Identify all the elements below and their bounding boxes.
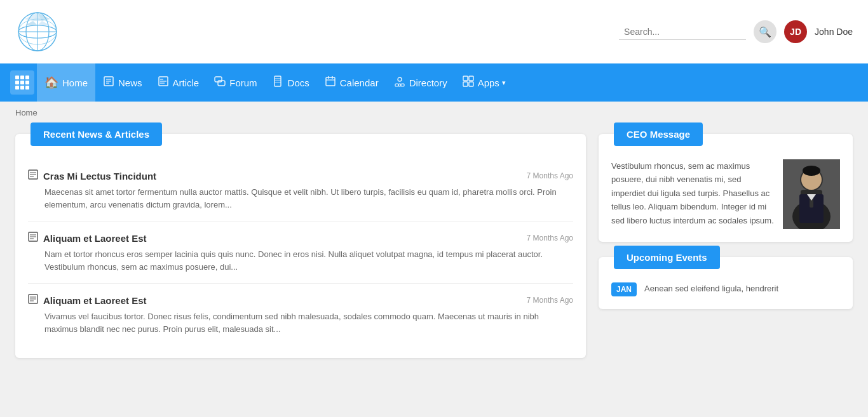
news-item-2-header: Aliquam et Laoreet Est 7 Months Ago [28, 232, 573, 244]
svg-rect-24 [326, 77, 335, 86]
news-item-1-title[interactable]: Cras Mi Lectus Tincidunt [43, 171, 156, 182]
news-item-1: Cras Mi Lectus Tincidunt 7 Months Ago Ma… [28, 159, 573, 222]
forum-icon [214, 76, 226, 90]
news-item-3-excerpt: Vivamus vel faucibus tortor. Donec risus… [28, 310, 573, 335]
news-item-3-header: Aliquam et Laoreet Est 7 Months Ago [28, 294, 573, 307]
nav-docs[interactable]: Docs [265, 63, 317, 102]
nav-article[interactable]: Article [150, 63, 207, 102]
news-item-2-title[interactable]: Aliquam et Laoreet Est [43, 233, 147, 244]
news-item-2-icon [28, 232, 38, 244]
ceo-message-text: Vestibulum rhoncus, sem ac maximus posue… [611, 159, 774, 229]
user-name: John Doe [815, 27, 853, 37]
grid-menu-button[interactable] [10, 70, 34, 95]
svg-rect-34 [463, 82, 468, 86]
nav-directory[interactable]: Directory [386, 63, 455, 102]
svg-marker-8 [37, 21, 50, 25]
logo-globe-icon [15, 10, 60, 54]
news-item-1-excerpt: Maecenas sit amet tortor fermentum nulla… [28, 186, 573, 211]
search-button[interactable]: 🔍 [754, 20, 776, 43]
apps-chevron-icon: ▾ [502, 79, 506, 87]
news-panel-title: Recent News & Articles [31, 122, 162, 146]
news-icon [103, 76, 114, 90]
left-panel: Recent News & Articles Cras Mi Lectus Ti… [15, 134, 586, 358]
search-area: 🔍 JD John Doe [619, 20, 853, 43]
news-item-3-title[interactable]: Aliquam et Laoreet Est [43, 295, 147, 306]
navbar: 🏠 Home News Article Forum Docs Calendar [0, 63, 868, 102]
header: 🔍 JD John Doe [0, 0, 868, 63]
logo-area [15, 10, 60, 54]
ceo-body: Vestibulum rhoncus, sem ac maximus posue… [599, 134, 853, 242]
news-item-1-time: 7 Months Ago [527, 171, 573, 180]
news-item-3-icon [28, 294, 38, 307]
event-item-1: JAN Aenean sed eleifend ligula, hendreri… [611, 282, 840, 296]
news-item-2-excerpt: Nam et tortor rhoncus eros semper lacini… [28, 248, 573, 273]
svg-rect-33 [469, 76, 473, 81]
svg-point-28 [398, 77, 402, 81]
svg-marker-7 [25, 21, 37, 25]
svg-rect-35 [469, 82, 473, 86]
svg-rect-29 [395, 84, 398, 86]
event-month-badge: JAN [611, 282, 637, 296]
home-icon: 🏠 [44, 76, 58, 89]
news-item-2-time: 7 Months Ago [527, 234, 573, 242]
event-text: Aenean sed eleifend ligula, hendrerit [644, 282, 778, 295]
svg-rect-30 [398, 84, 400, 86]
search-icon: 🔍 [759, 26, 771, 38]
search-input[interactable] [624, 27, 726, 37]
breadcrumb: Home [0, 102, 868, 124]
main-content: Recent News & Articles Cras Mi Lectus Ti… [0, 124, 868, 373]
ceo-photo [783, 159, 840, 229]
nav-news[interactable]: News [95, 63, 150, 102]
ceo-card: CEO Message Vestibulum rhoncus, sem ac m… [599, 134, 853, 242]
news-item-3: Aliquam et Laoreet Est 7 Months Ago Viva… [28, 284, 573, 345]
nav-apps[interactable]: Apps ▾ [455, 63, 513, 102]
svg-rect-21 [275, 76, 281, 86]
news-item-1-icon [28, 169, 38, 182]
apps-icon [463, 76, 474, 90]
news-item-2: Aliquam et Laoreet Est 7 Months Ago Nam … [28, 222, 573, 284]
news-item-1-header: Cras Mi Lectus Tincidunt 7 Months Ago [28, 169, 573, 182]
nav-forum[interactable]: Forum [207, 63, 264, 102]
svg-rect-32 [463, 76, 468, 81]
nav-calendar[interactable]: Calendar [317, 63, 386, 102]
news-item-3-time: 7 Months Ago [527, 296, 573, 305]
nav-home[interactable]: 🏠 Home [37, 63, 95, 102]
svg-point-54 [803, 166, 820, 176]
docs-icon [273, 76, 284, 90]
grid-icon [15, 76, 29, 89]
news-card: Recent News & Articles Cras Mi Lectus Ti… [15, 134, 586, 358]
right-panel: CEO Message Vestibulum rhoncus, sem ac m… [599, 134, 853, 358]
avatar: JD [784, 20, 807, 43]
svg-rect-31 [401, 84, 404, 86]
events-panel-title: Upcoming Events [614, 246, 720, 269]
events-card: Upcoming Events JAN Aenean sed eleifend … [599, 257, 853, 309]
ceo-photo-svg [783, 159, 840, 229]
ceo-panel-title: CEO Message [614, 122, 703, 146]
article-icon [158, 76, 169, 90]
search-box [619, 24, 746, 40]
calendar-icon [325, 76, 336, 90]
directory-icon [394, 76, 405, 90]
news-panel-body: Cras Mi Lectus Tincidunt 7 Months Ago Ma… [15, 134, 586, 358]
